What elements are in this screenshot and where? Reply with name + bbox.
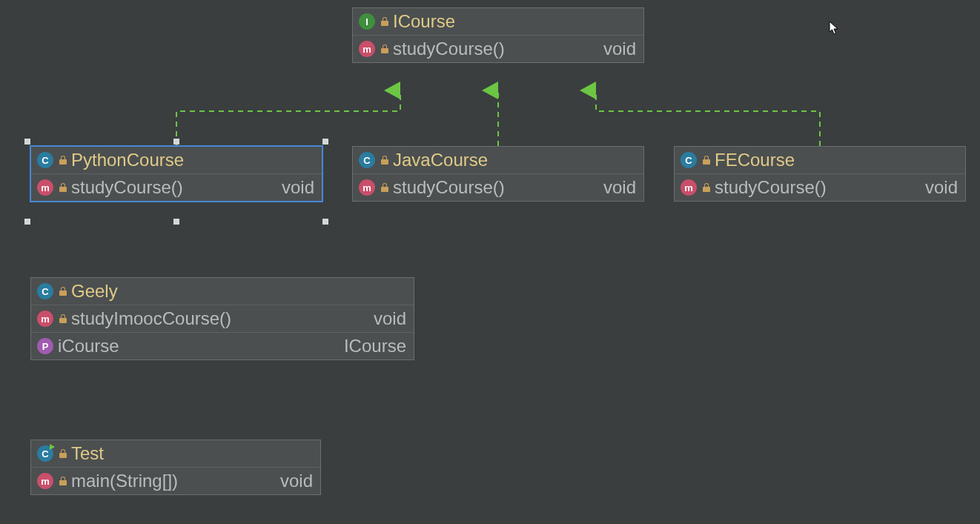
member-type: void (603, 177, 636, 198)
lock-icon (59, 183, 67, 192)
member-name: studyCourse() (715, 177, 903, 198)
member-name: iCourse (58, 336, 322, 356)
member-row[interactable]: m studyImoocCourse() void (31, 305, 414, 333)
lock-icon (703, 183, 710, 192)
lock-icon (381, 17, 388, 26)
selection-handle-se[interactable] (322, 219, 328, 225)
member-type: ICourse (344, 336, 406, 356)
selection-handle-n[interactable] (173, 139, 179, 145)
class-box-icourse[interactable]: I ICourse m studyCourse() void (352, 7, 644, 63)
class-name: JavaCourse (393, 150, 636, 170)
lock-icon (381, 156, 388, 165)
class-icon: C (37, 283, 53, 299)
lock-icon (381, 183, 388, 192)
member-type: void (374, 308, 406, 329)
selection-handle-ne[interactable] (322, 139, 328, 145)
class-header: C Geely (31, 278, 414, 305)
selection-handle-s[interactable] (173, 219, 179, 225)
class-name: FECourse (715, 150, 958, 170)
lock-icon (381, 44, 388, 53)
lock-icon (703, 156, 710, 165)
member-name: studyCourse() (71, 177, 259, 198)
method-icon: m (37, 311, 53, 327)
member-row[interactable]: m studyCourse() void (675, 174, 965, 201)
class-box-fecourse[interactable]: C FECourse m studyCourse() void (674, 146, 966, 202)
realization-python-icourse (176, 90, 400, 146)
class-header: C PythonCourse (31, 147, 322, 174)
lock-icon (59, 449, 67, 458)
class-box-pythoncourse[interactable]: C PythonCourse m studyCourse() void (30, 146, 322, 202)
lock-icon (59, 287, 67, 296)
method-icon: m (359, 41, 375, 57)
member-type: void (282, 177, 314, 198)
mouse-cursor-icon (829, 21, 841, 36)
property-icon: P (37, 338, 53, 354)
class-name: PythonCourse (71, 150, 314, 170)
class-header: C JavaCourse (353, 147, 643, 174)
method-icon: m (37, 473, 53, 489)
diagram-canvas[interactable]: I ICourse m studyCourse() void C PythonC… (0, 0, 980, 524)
member-name: main(String[]) (71, 471, 258, 491)
member-type: void (280, 471, 313, 491)
class-name: ICourse (393, 11, 636, 32)
class-name: Geely (71, 281, 406, 302)
method-icon: m (681, 179, 697, 196)
class-header: C FECourse (675, 147, 965, 174)
class-box-test[interactable]: C Test m main(String[]) void (30, 440, 321, 495)
member-row[interactable]: m studyCourse() void (353, 174, 643, 201)
method-icon: m (359, 179, 375, 196)
member-name: studyCourse() (393, 177, 581, 198)
realization-fe-icourse (596, 90, 820, 146)
member-name: studyCourse() (393, 39, 581, 59)
selection-handle-sw[interactable] (24, 219, 30, 225)
class-icon: C (359, 152, 375, 168)
class-box-geely[interactable]: C Geely m studyImoocCourse() void P iCou… (30, 277, 414, 360)
runnable-class-icon: C (37, 445, 53, 462)
member-name: studyImoocCourse() (71, 308, 351, 329)
member-row[interactable]: m studyCourse() void (353, 36, 643, 62)
member-type: void (603, 39, 636, 59)
lock-icon (59, 314, 67, 323)
class-name: Test (71, 443, 313, 464)
member-row[interactable]: m studyCourse() void (31, 174, 322, 201)
member-type: void (925, 177, 958, 198)
class-icon: C (681, 152, 697, 168)
class-header: I ICourse (353, 8, 643, 36)
class-box-javacourse[interactable]: C JavaCourse m studyCourse() void (352, 146, 644, 202)
lock-icon (59, 156, 67, 165)
selection-handle-nw[interactable] (24, 139, 30, 145)
method-icon: m (37, 179, 53, 196)
member-row[interactable]: m main(String[]) void (31, 468, 320, 494)
member-row[interactable]: P iCourse ICourse (31, 333, 414, 359)
lock-icon (59, 477, 67, 485)
class-header: C Test (31, 440, 320, 468)
class-icon: C (37, 152, 53, 168)
interface-icon: I (359, 13, 375, 30)
